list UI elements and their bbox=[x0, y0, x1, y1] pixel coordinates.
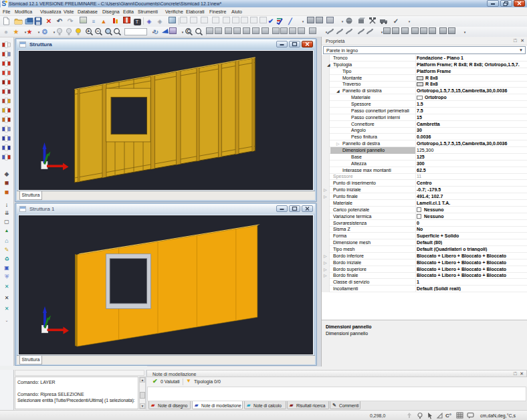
svg-text:+: + bbox=[87, 29, 90, 33]
svg-text:−: − bbox=[96, 29, 99, 33]
svg-text:C: C bbox=[187, 29, 190, 33]
